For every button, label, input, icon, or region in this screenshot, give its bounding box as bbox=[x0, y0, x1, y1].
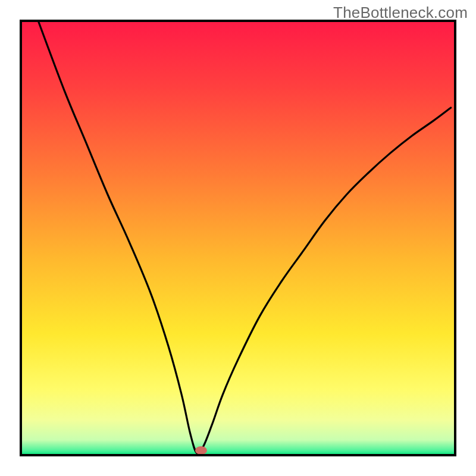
watermark-text: TheBottleneck.com bbox=[333, 4, 468, 22]
chart-container: TheBottleneck.com bbox=[0, 0, 476, 476]
optimal-point-marker bbox=[195, 446, 207, 455]
heat-background bbox=[21, 21, 455, 455]
bottleneck-chart bbox=[0, 0, 476, 476]
